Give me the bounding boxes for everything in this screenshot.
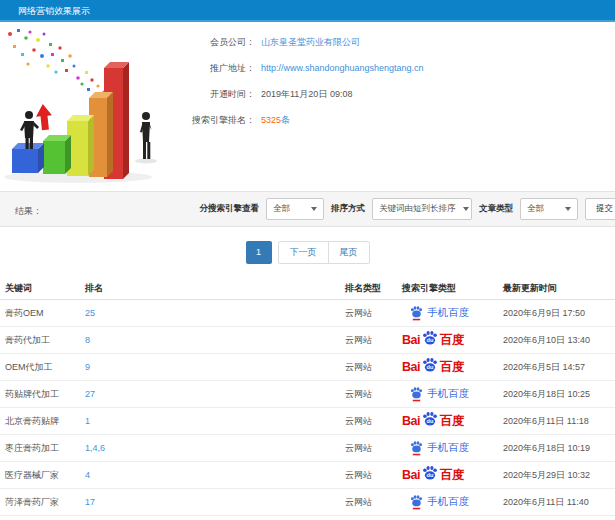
- rank-type-cell: 云网站: [345, 334, 402, 347]
- svg-text:du: du: [427, 364, 434, 370]
- ranking-count-label: 搜索引擎排名：: [165, 114, 255, 127]
- rank-type-cell: 云网站: [345, 442, 402, 455]
- info-row-ranking-count: 搜索引擎排名： 5325 条: [165, 107, 424, 133]
- table-row: 医疗器械厂家 4 云网站 手机百度 Bai du 百度 2020年5月29日 1…: [0, 462, 615, 489]
- chevron-down-icon: [565, 207, 571, 211]
- updated-cell: 2020年6月5日 14:57: [503, 361, 615, 374]
- company-info: 会员公司： 山东皇圣堂药业有限公司 推广地址： http://www.shand…: [165, 29, 424, 133]
- engine-cell: 手机百度 Bai du 百度: [402, 386, 503, 402]
- ranking-count-value: 5325: [261, 115, 281, 125]
- table-row: OEM代加工 9 云网站 手机百度 Bai du 百度 2020年6月5日 14…: [0, 354, 615, 381]
- table-row: 膏药代加工 8 云网站 手机百度 Bai du 百度 2020年6月10日 13…: [0, 327, 615, 354]
- rank-link[interactable]: 27: [85, 389, 345, 399]
- info-row-url: 推广地址： http://www.shandonghuangshengtang.…: [165, 55, 424, 81]
- table-header-row: 关键词 排名 排名类型 搜索引擎类型 最新更新时间: [0, 277, 615, 300]
- updated-cell: 2020年5月29日 10:32: [503, 469, 615, 482]
- next-page-button[interactable]: 下一页: [278, 241, 329, 264]
- open-time-label: 开通时间：: [165, 88, 255, 101]
- company-name-link[interactable]: 山东皇圣堂药业有限公司: [261, 36, 360, 49]
- confetti-dots: [8, 29, 106, 98]
- submit-button[interactable]: 提交: [585, 198, 615, 220]
- promo-url-link[interactable]: http://www.shandonghuangshengtang.cn: [261, 63, 424, 73]
- keyword-cell: 膏药代加工: [5, 334, 85, 347]
- col-rank-type: 排名类型: [345, 282, 402, 295]
- baidu-paw-icon: du: [422, 357, 438, 373]
- mobile-baidu-logo: 手机百度: [402, 494, 469, 510]
- col-keyword: 关键词: [5, 282, 85, 295]
- col-updated: 最新更新时间: [503, 282, 615, 295]
- updated-cell: 2020年6月11日 11:40: [503, 496, 615, 509]
- bar-yellow: [67, 115, 94, 176]
- rank-link[interactable]: 1: [85, 416, 345, 426]
- page-1-button[interactable]: 1: [246, 241, 272, 264]
- updated-cell: 2020年6月18日 10:19: [503, 442, 615, 455]
- filter-controls: 分搜索引擎查看 全部 排序方式 关键词由短到长排序 文章类型 全部 提交: [200, 192, 615, 226]
- article-type-label: 文章类型: [479, 203, 513, 215]
- updated-cell: 2020年6月9日 17:50: [503, 307, 615, 320]
- open-time-value: 2019年11月20日 09:08: [261, 88, 352, 101]
- rank-link[interactable]: 9: [85, 362, 345, 372]
- chevron-down-icon: [463, 207, 469, 211]
- sort-select[interactable]: 关键词由短到长排序: [372, 198, 472, 220]
- rank-link[interactable]: 25: [85, 308, 345, 318]
- updated-cell: 2020年6月18日 10:25: [503, 388, 615, 401]
- engine-cell: 手机百度 Bai du 百度: [402, 305, 503, 321]
- result-label: 结果：: [15, 205, 42, 218]
- keyword-cell: 北京膏药贴牌: [5, 415, 85, 428]
- rank-link[interactable]: 1,4,6: [85, 443, 345, 453]
- table-row: 膏药OEM 25 云网站 手机百度 Bai du 百度 2020年6月9日 17…: [0, 300, 615, 327]
- engine-cell: 手机百度 Bai du 百度: [402, 494, 503, 510]
- sort-label: 排序方式: [331, 203, 365, 215]
- title-bar: 网络营销效果展示: [0, 0, 615, 22]
- rank-link[interactable]: 4: [85, 470, 345, 480]
- rank-type-cell: 云网站: [345, 361, 402, 374]
- baidu-logo: Bai du 百度: [402, 330, 464, 350]
- engine-view-label: 分搜索引擎查看: [200, 203, 260, 215]
- baidu-paw-icon: [410, 386, 423, 402]
- svg-text:du: du: [427, 337, 434, 343]
- baidu-logo: Bai du 百度: [402, 357, 464, 377]
- engine-cell: 手机百度 Bai du 百度: [402, 357, 503, 377]
- baidu-paw-icon: du: [422, 411, 438, 427]
- rank-type-cell: 云网站: [345, 415, 402, 428]
- company-label: 会员公司：: [165, 36, 255, 49]
- baidu-paw-icon: [410, 305, 423, 321]
- ranking-count-unit: 条: [281, 114, 290, 127]
- page-title: 网络营销效果展示: [18, 6, 90, 16]
- engine-cell: 手机百度 Bai du 百度: [402, 330, 503, 350]
- rank-type-cell: 云网站: [345, 307, 402, 320]
- last-page-button[interactable]: 尾页: [328, 241, 370, 264]
- keyword-cell: 枣庄膏药加工: [5, 442, 85, 455]
- keyword-cell: 医疗器械厂家: [5, 469, 85, 482]
- pagination: 1 下一页 尾页: [0, 241, 615, 264]
- keyword-cell: 膏药OEM: [5, 307, 85, 320]
- info-row-open-time: 开通时间： 2019年11月20日 09:08: [165, 81, 424, 107]
- keyword-ranking-table: 关键词 排名 排名类型 搜索引擎类型 最新更新时间 膏药OEM 25 云网站 手…: [0, 277, 615, 516]
- engine-cell: 手机百度 Bai du 百度: [402, 411, 503, 431]
- filter-bar: 结果： 分搜索引擎查看 全部 排序方式 关键词由短到长排序 文章类型 全部 提交: [0, 191, 615, 227]
- keyword-cell: 菏泽膏药厂家: [5, 496, 85, 509]
- summary-section: 会员公司： 山东皇圣堂药业有限公司 推广地址： http://www.shand…: [0, 22, 615, 191]
- updated-cell: 2020年6月10日 13:40: [503, 334, 615, 347]
- mobile-baidu-logo: 手机百度: [402, 386, 469, 402]
- chevron-down-icon: [311, 207, 317, 211]
- mobile-baidu-logo: 手机百度: [402, 440, 469, 456]
- rank-link[interactable]: 17: [85, 497, 345, 507]
- baidu-paw-icon: [410, 440, 423, 456]
- col-engine-type: 搜索引擎类型: [402, 282, 503, 295]
- mobile-baidu-logo: 手机百度: [402, 305, 469, 321]
- updated-cell: 2020年6月11日 11:18: [503, 415, 615, 428]
- article-type-select[interactable]: 全部: [520, 198, 578, 220]
- baidu-paw-icon: du: [422, 330, 438, 346]
- engine-view-select[interactable]: 全部: [266, 198, 324, 220]
- table-row: 药贴牌代加工 27 云网站 手机百度 Bai du 百度 2020年6月18日 …: [0, 381, 615, 408]
- table-row: 菏泽膏药厂家 17 云网站 手机百度 Bai du 百度 2020年6月11日 …: [0, 489, 615, 516]
- svg-text:du: du: [427, 418, 434, 424]
- baidu-paw-icon: du: [422, 465, 438, 481]
- rank-link[interactable]: 8: [85, 335, 345, 345]
- table-row: 枣庄膏药加工 1,4,6 云网站 手机百度 Bai du 百度 2020年6月1…: [0, 435, 615, 462]
- bar-green: [43, 135, 71, 174]
- businessman-right: [140, 112, 152, 159]
- growth-chart-illustration: [0, 26, 190, 186]
- rank-type-cell: 云网站: [345, 388, 402, 401]
